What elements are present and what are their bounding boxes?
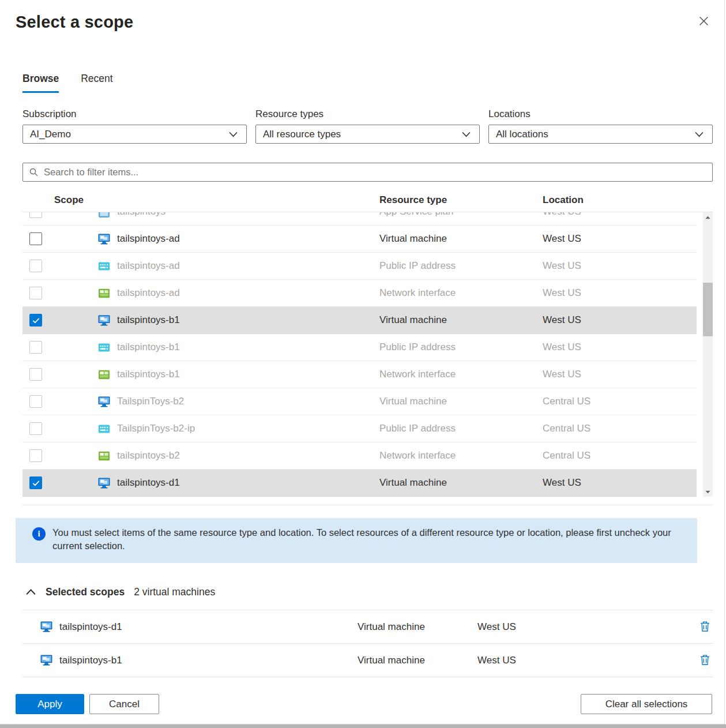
- locations-label: Locations: [488, 108, 713, 121]
- table-row: tailspintoys-b2 Network interface Centra…: [22, 442, 697, 470]
- scope-table-body: tailspintoys App Service plan West US ta…: [22, 212, 713, 497]
- checkbox-cell: [22, 287, 98, 299]
- chevron-up-icon[interactable]: [26, 589, 36, 595]
- delete-selected-scope-button[interactable]: [697, 652, 713, 669]
- selected-scope-cell: tailspintoys-d1: [40, 621, 358, 633]
- row-scope-name: tailspintoys-b2: [117, 450, 180, 461]
- row-resource-type: Virtual machine: [379, 396, 543, 407]
- clear-all-selections-button[interactable]: Clear all selections: [581, 694, 712, 714]
- row-scope-name: tailspintoys-ad: [117, 260, 180, 272]
- locations-dropdown[interactable]: All locations: [488, 125, 713, 144]
- row-scope-name: TailspinToys-b2-ip: [117, 423, 195, 434]
- select-scope-dialog: Select a scope Browse Recent Subscriptio…: [0, 0, 726, 728]
- row-resource-type: Public IP address: [379, 260, 543, 272]
- info-banner: i You must select items of the same reso…: [16, 518, 697, 563]
- row-resource-type: Network interface: [379, 287, 543, 299]
- scope-table-rows: tailspintoys App Service plan West US ta…: [22, 212, 697, 497]
- close-button[interactable]: [697, 15, 710, 29]
- window-right-edge: [724, 0, 725, 724]
- row-checkbox[interactable]: [29, 232, 42, 245]
- scope-cell: tailspintoys-ad: [98, 260, 379, 272]
- row-scope-name: tailspintoys-ad: [117, 233, 180, 245]
- table-header: Scope Resource type Location: [22, 189, 713, 212]
- scroll-up-button[interactable]: [703, 212, 713, 222]
- scope-cell: TailspinToys-b2: [98, 396, 379, 408]
- subscription-dropdown[interactable]: AI_Demo: [22, 125, 247, 144]
- filter-row: Subscription AI_Demo Resource types All …: [22, 108, 713, 144]
- vertical-scrollbar[interactable]: [703, 212, 713, 497]
- row-location: Central US: [543, 396, 697, 407]
- scope-cell: tailspintoys-b2: [98, 450, 379, 462]
- checkbox-cell: [22, 341, 98, 354]
- search-icon: [29, 167, 39, 177]
- row-scope-name: tailspintoys-ad: [117, 287, 180, 299]
- selected-scope-name: tailspintoys-b1: [59, 655, 122, 666]
- row-resource-type: Virtual machine: [379, 477, 543, 489]
- table-row[interactable]: tailspintoys-d1 Virtual machine West US: [22, 470, 697, 497]
- row-checkbox[interactable]: [29, 314, 42, 327]
- row-location: Central US: [543, 423, 697, 434]
- scope-cell: tailspintoys-ad: [98, 287, 379, 299]
- virtual-machine-icon: [98, 477, 110, 489]
- scope-cell: tailspintoys-ad: [98, 233, 379, 245]
- public-ip-icon: [98, 260, 110, 272]
- row-checkbox: [29, 341, 42, 354]
- selected-scopes-title: Selected scopes: [46, 586, 125, 598]
- virtual-machine-icon: [40, 654, 52, 666]
- tab-recent[interactable]: Recent: [81, 73, 112, 93]
- table-row[interactable]: tailspintoys-b1 Virtual machine West US: [22, 307, 697, 334]
- table-row: tailspintoys-ad Public IP address West U…: [22, 253, 697, 280]
- row-scope-name: tailspintoys-b1: [117, 342, 180, 353]
- table-row[interactable]: tailspintoys-ad Virtual machine West US: [22, 226, 697, 253]
- row-scope-name: TailspinToys-b2: [117, 396, 184, 407]
- row-scope-name: tailspintoys: [117, 212, 165, 217]
- selected-scopes-list: tailspintoys-d1 Virtual machine West US …: [22, 610, 713, 677]
- scope-cell: tailspintoys-b1: [98, 342, 379, 354]
- apply-button[interactable]: Apply: [16, 694, 84, 714]
- table-row: tailspintoys-b1 Public IP address West U…: [22, 334, 697, 361]
- delete-selected-scope-button[interactable]: [697, 619, 713, 635]
- filter-locations: Locations All locations: [488, 108, 713, 144]
- selected-location: West US: [477, 655, 687, 666]
- row-resource-type: Network interface: [379, 369, 543, 380]
- resource-types-dropdown[interactable]: All resource types: [255, 125, 480, 144]
- checkbox-cell: [22, 476, 98, 489]
- table-row: TailspinToys-b2-ip Public IP address Cen…: [22, 415, 697, 442]
- checkbox-cell: [22, 449, 98, 462]
- filter-resource-types: Resource types All resource types: [255, 108, 480, 144]
- dialog-header: Select a scope: [0, 0, 726, 33]
- row-location: Central US: [543, 450, 697, 461]
- row-resource-type: Virtual machine: [379, 233, 543, 245]
- checkbox-cell: [22, 260, 98, 272]
- scrollbar-thumb[interactable]: [703, 283, 713, 336]
- resource-types-label: Resource types: [255, 108, 480, 121]
- scope-cell: tailspintoys-d1: [98, 477, 379, 489]
- checkbox-cell: [22, 422, 98, 435]
- tab-bar: Browse Recent: [22, 73, 726, 93]
- row-resource-type: Network interface: [379, 450, 543, 461]
- checkbox-cell: [22, 395, 98, 408]
- row-checkbox[interactable]: [29, 476, 42, 489]
- virtual-machine-icon: [98, 314, 110, 327]
- chevron-down-icon: [462, 132, 471, 137]
- row-checkbox: [29, 449, 42, 462]
- window-bottom-edge: [0, 724, 726, 728]
- tab-browse[interactable]: Browse: [22, 73, 59, 93]
- trash-icon: [699, 620, 711, 634]
- checkbox-cell: [22, 314, 98, 327]
- search-input[interactable]: [44, 167, 706, 178]
- row-resource-type: App Service plan: [379, 212, 543, 217]
- public-ip-icon: [98, 342, 110, 354]
- row-resource-type: Public IP address: [379, 423, 543, 434]
- cancel-button[interactable]: Cancel: [89, 694, 159, 714]
- row-location: West US: [543, 260, 697, 272]
- header-location: Location: [543, 194, 713, 206]
- row-scope-name: tailspintoys-b1: [117, 369, 180, 380]
- page-title: Select a scope: [16, 10, 133, 33]
- scroll-down-button[interactable]: [703, 487, 713, 497]
- row-location: West US: [543, 477, 697, 489]
- selected-scope-name: tailspintoys-d1: [59, 621, 122, 633]
- selected-resource-type: Virtual machine: [358, 621, 477, 633]
- trash-icon: [699, 654, 711, 667]
- checkbox-cell: [22, 212, 98, 218]
